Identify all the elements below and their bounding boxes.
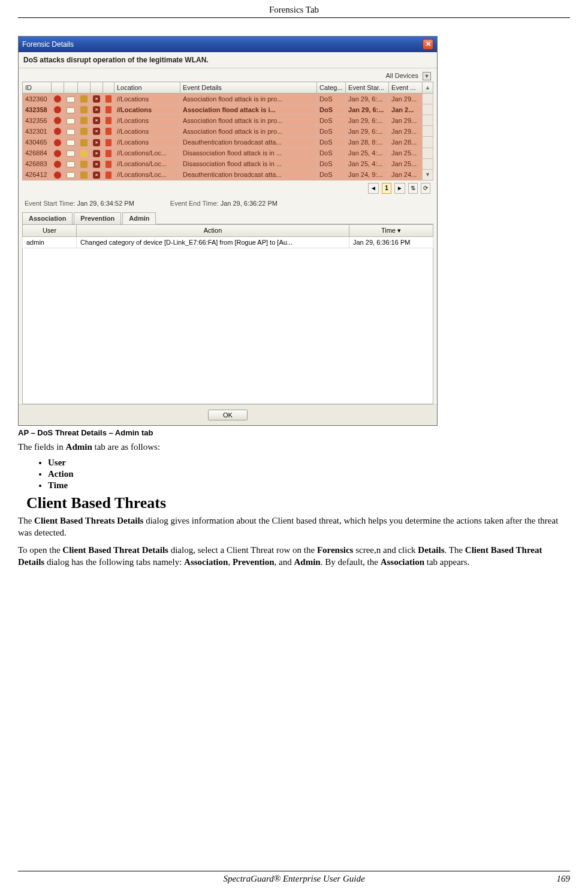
pager-page[interactable]: 1	[382, 183, 391, 194]
pager-refresh[interactable]: ⟳	[421, 183, 430, 194]
dialog-titlebar: Forensic Details ✕	[19, 37, 437, 52]
delete-icon: ×	[93, 117, 100, 124]
severity-icon	[54, 150, 61, 157]
flag-icon	[105, 95, 111, 103]
bell-icon	[80, 150, 88, 157]
start-time-value: Jan 29, 6:34:52 PM	[77, 200, 134, 207]
col-category[interactable]: Categ...	[317, 82, 346, 94]
fields-list: UserActionTime	[36, 458, 570, 491]
filter-label: All Devices	[386, 72, 418, 79]
tab-admin[interactable]: Admin	[122, 212, 156, 224]
paragraph-2: To open the Client Based Threat Details …	[18, 544, 570, 569]
mail-icon	[67, 97, 75, 103]
start-time-label: Event Start Time:	[25, 200, 75, 207]
flag-icon	[105, 106, 111, 113]
table-row[interactable]: adminChanged category of device [D-Link_…	[23, 236, 433, 248]
dialog-footer: OK	[19, 404, 437, 425]
mail-icon	[67, 151, 75, 157]
table-row[interactable]: 432360×//LocationsAssociation flood atta…	[23, 94, 433, 104]
admin-table-empty-area	[22, 248, 433, 404]
col-icon4[interactable]	[91, 82, 103, 94]
time-bar: Event Start Time: Jan 29, 6:34:52 PM Eve…	[19, 196, 437, 211]
pager-extra1[interactable]: ⇅	[408, 183, 418, 194]
delete-icon: ×	[93, 95, 100, 103]
filter-row: All Devices ▼	[19, 68, 437, 82]
list-item: Time	[48, 480, 570, 491]
table-row[interactable]: 426412×//Locations/Loc...Deauthenticatio…	[23, 169, 433, 180]
flag-icon	[105, 117, 111, 124]
close-icon[interactable]: ✕	[423, 39, 433, 50]
delete-icon: ×	[93, 128, 100, 135]
end-time-value: Jan 29, 6:36:22 PM	[221, 200, 278, 207]
mail-icon	[67, 140, 75, 146]
bell-icon	[80, 106, 88, 113]
mail-icon	[67, 107, 75, 113]
delete-icon: ×	[93, 139, 100, 146]
table-row[interactable]: 432301×//LocationsAssociation flood atta…	[23, 126, 433, 137]
bell-icon	[80, 128, 88, 135]
sub-tabs: Association Prevention Admin	[22, 212, 433, 224]
col-icon5[interactable]	[103, 82, 114, 94]
flag-icon	[105, 172, 111, 179]
col-event-details[interactable]: Event Details	[180, 82, 317, 94]
tab-association[interactable]: Association	[22, 212, 73, 224]
bell-icon	[80, 172, 88, 179]
forensic-details-dialog: Forensic Details ✕ DoS attacks disrupt o…	[18, 36, 438, 426]
mail-icon	[67, 172, 75, 178]
ok-button[interactable]: OK	[208, 410, 248, 420]
delete-icon: ×	[93, 150, 100, 157]
table-row[interactable]: 432358×//LocationsAssociation flood atta…	[23, 104, 433, 115]
end-time-label: Event End Time:	[170, 200, 219, 207]
severity-icon	[54, 117, 61, 124]
col-id[interactable]: ID	[23, 82, 52, 94]
intro-text: The fields in Admin tab are as follows:	[18, 441, 570, 453]
section-heading: Client Based Threats	[26, 494, 570, 512]
col-event-start[interactable]: Event Star...	[346, 82, 389, 94]
delete-icon: ×	[93, 106, 100, 113]
table-row[interactable]: 426883×//Locations/Loc...Disassociation …	[23, 158, 433, 169]
bell-icon	[80, 117, 88, 124]
subcol-action[interactable]: Action	[77, 224, 349, 236]
list-item: User	[48, 458, 570, 468]
table-row[interactable]: 432356×//LocationsAssociation flood atta…	[23, 115, 433, 126]
delete-icon: ×	[93, 172, 100, 179]
paragraph-1: The Client Based Threats Details dialog …	[18, 515, 570, 539]
bell-icon	[80, 139, 88, 146]
bell-icon	[80, 161, 88, 168]
flag-icon	[105, 128, 111, 135]
admin-table: User Action Time ▾ adminChanged category…	[22, 224, 433, 248]
flag-icon	[105, 150, 111, 157]
pager-next[interactable]: ►	[394, 183, 405, 194]
severity-icon	[54, 128, 61, 135]
severity-icon	[54, 139, 61, 146]
scrollbar-track[interactable]: ▲	[423, 82, 433, 94]
subcol-user[interactable]: User	[23, 224, 77, 236]
footer-center: SpectraGuard® Enterprise User Guide	[202, 874, 386, 884]
mail-icon	[67, 118, 75, 124]
table-row[interactable]: 426884×//Locations/Loc...Disassociation …	[23, 148, 433, 158]
list-item: Action	[48, 469, 570, 479]
col-icon2[interactable]	[64, 82, 78, 94]
flag-icon	[105, 139, 111, 146]
pager: ◄ 1 ► ⇅ ⟳	[19, 181, 437, 196]
mail-icon	[67, 129, 75, 135]
col-icon1[interactable]	[52, 82, 64, 94]
page-footer: SpectraGuard® Enterprise User Guide 169	[18, 871, 570, 884]
footer-page-number: 169	[386, 874, 570, 884]
col-icon3[interactable]	[78, 82, 91, 94]
page-header: Forensics Tab	[18, 5, 570, 18]
dialog-title: Forensic Details	[22, 40, 74, 49]
tab-prevention[interactable]: Prevention	[74, 212, 121, 224]
severity-icon	[54, 95, 61, 103]
delete-icon: ×	[93, 161, 100, 168]
table-row[interactable]: 430465×//LocationsDeauthentication broad…	[23, 137, 433, 148]
subcol-time[interactable]: Time ▾	[349, 224, 433, 236]
col-event-end[interactable]: Event ...	[389, 82, 423, 94]
filter-icon[interactable]: ▼	[423, 72, 431, 80]
events-table: ID Location Event Details Categ... Event…	[22, 82, 433, 181]
severity-icon	[54, 172, 61, 179]
mail-icon	[67, 161, 75, 167]
dialog-description: DoS attacks disrupt operation of the leg…	[19, 52, 437, 68]
pager-prev[interactable]: ◄	[368, 183, 379, 194]
col-location[interactable]: Location	[114, 82, 180, 94]
